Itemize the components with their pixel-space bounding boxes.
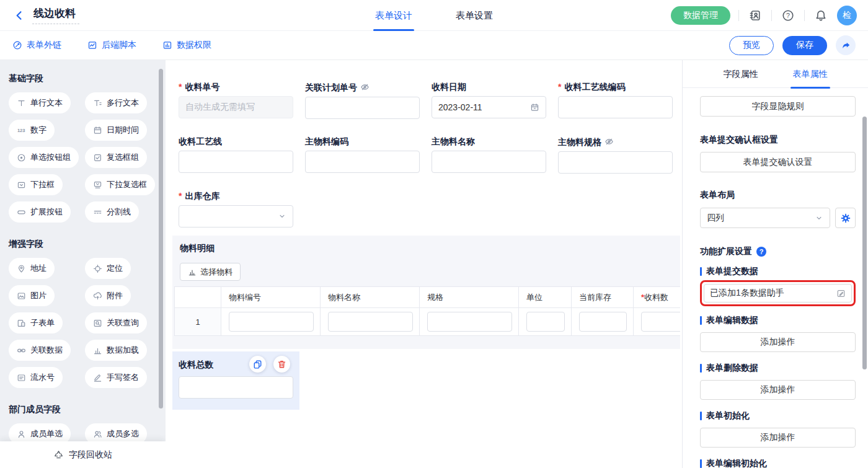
plan-no-input[interactable] (305, 97, 420, 119)
delete-field-button[interactable] (273, 356, 290, 373)
share-button[interactable] (836, 35, 856, 55)
sidebar-scrollbar[interactable] (159, 69, 163, 408)
row-number-cell: 1 (175, 308, 221, 336)
field-receipt-date[interactable]: 收料日期 2023-02-11 (432, 82, 546, 119)
field-visibility-rules-button[interactable]: 字段显隐规则 (700, 96, 856, 117)
layout-settings-button[interactable] (835, 208, 856, 228)
edit-icon[interactable] (836, 289, 846, 298)
field-pill-subform[interactable]: 子表单 (9, 312, 63, 333)
process-line-input[interactable] (179, 151, 293, 173)
select-material-label: 选择物料 (200, 267, 232, 278)
field-outbound-warehouse[interactable]: *出库仓库 (179, 192, 293, 227)
page-title[interactable]: 线边收料 (32, 6, 79, 24)
process-line-code-input[interactable] (558, 96, 673, 118)
field-pill-extend-button[interactable]: 扩展按钮 (9, 201, 71, 223)
data-assistant-entry[interactable]: 已添加1条数据助手 (704, 284, 852, 302)
signature-pen-icon (93, 373, 102, 382)
contacts-button[interactable] (747, 7, 763, 24)
preview-button[interactable]: 预览 (729, 36, 774, 55)
unit-input[interactable] (526, 312, 565, 332)
field-pill-single-text[interactable]: 单行文本 (9, 92, 71, 113)
field-pill-divider[interactable]: 分割线 (85, 201, 139, 223)
data-manage-button[interactable]: 数据管理 (671, 6, 730, 25)
field-receipt-no[interactable]: *收料单号 自动生成无需填写 (179, 82, 293, 119)
pill-label: 地址 (30, 263, 46, 274)
help-filled-icon[interactable]: ? (756, 247, 766, 257)
outbound-warehouse-select[interactable] (179, 205, 293, 227)
field-pill-checkbox-group[interactable]: 复选框组 (85, 147, 147, 168)
field-pill-signature[interactable]: 手写签名 (85, 367, 147, 388)
field-pill-lookup[interactable]: 关联查询 (85, 312, 147, 333)
receipt-qty-input[interactable] (641, 312, 680, 332)
notifications-button[interactable] (813, 7, 829, 24)
data-permission-button[interactable]: 数据权限 (162, 40, 211, 51)
col-material-name: 物料名称 (321, 287, 420, 308)
subform-material-detail[interactable]: 物料明细 选择物料 物料编号 物料名称 规格 单位 当前库存 *收料数 (172, 236, 680, 349)
help-button[interactable]: ? (780, 7, 796, 24)
pill-label: 关联数据 (30, 345, 63, 356)
checkbox-icon (93, 153, 102, 162)
field-pill-radio-group[interactable]: 单选按钮组 (9, 147, 79, 168)
spec-input[interactable] (427, 312, 512, 332)
field-plan-no[interactable]: 关联计划单号 (305, 82, 420, 119)
add-action-button-delete[interactable]: 添加操作 (700, 380, 856, 400)
current-stock-input[interactable] (579, 312, 627, 332)
material-code-input[interactable] (229, 312, 314, 332)
field-pill-data-load[interactable]: 数据加载 (85, 340, 147, 361)
col-spec: 规格 (420, 287, 519, 308)
main-material-spec-input[interactable] (558, 151, 673, 174)
subform-header-row: 物料编号 物料名称 规格 单位 当前库存 *收料数 (175, 287, 681, 308)
field-pill-dropdown[interactable]: 下拉框 (9, 174, 63, 195)
field-pill-location[interactable]: 定位 (85, 258, 131, 279)
main-material-code-input[interactable] (305, 151, 420, 173)
field-recycle-bin[interactable]: 字段回收站 (0, 441, 166, 468)
select-material-button[interactable]: 选择物料 (180, 263, 241, 281)
ext-settings-label: 功能扩展设置 (700, 246, 752, 257)
field-process-line-code[interactable]: *收料工艺线编码 (558, 82, 673, 119)
panel-scrollbar[interactable] (862, 117, 867, 369)
backend-script-button[interactable]: 后端脚本 (87, 40, 136, 51)
field-pill-attachment[interactable]: 附件 (85, 285, 131, 306)
external-link-button[interactable]: 表单外链 (12, 40, 61, 51)
pill-label: 手写签名 (107, 372, 139, 383)
receipt-date-input[interactable]: 2023-02-11 (432, 96, 546, 118)
field-pill-serial-number[interactable]: 流水号 (9, 367, 63, 388)
total-qty-input[interactable] (179, 376, 293, 399)
main-material-name-input[interactable] (432, 151, 546, 173)
avatar[interactable]: 检 (837, 6, 857, 25)
add-action-button-edit[interactable]: 添加操作 (700, 332, 856, 352)
radio-icon (17, 153, 26, 162)
field-pill-image[interactable]: 图片 (9, 285, 55, 306)
field-pill-datetime[interactable]: 日期时间 (85, 120, 147, 141)
field-pill-address[interactable]: 地址 (9, 258, 55, 279)
field-main-material-spec[interactable]: 主物料规格 (558, 137, 673, 174)
add-action-button-init[interactable]: 添加操作 (700, 428, 856, 448)
save-button[interactable]: 保存 (782, 36, 827, 55)
field-pill-relation-data[interactable]: 关联数据 (9, 340, 71, 361)
tab-form-properties[interactable]: 表单属性 (793, 60, 828, 88)
receipt-no-input[interactable]: 自动生成无需填写 (179, 96, 293, 118)
field-pill-multi-text[interactable]: 多行文本 (85, 92, 147, 113)
section-form-init: 表单初始化 (700, 410, 856, 422)
field-main-material-name[interactable]: 主物料名称 (432, 137, 546, 174)
copy-field-button[interactable] (249, 356, 266, 373)
pill-label: 图片 (30, 290, 46, 301)
section-title-enhanced-fields: 增强字段 (9, 239, 166, 250)
calendar-icon (530, 103, 539, 112)
back-button[interactable] (11, 7, 27, 24)
field-process-line[interactable]: 收料工艺线 (179, 137, 293, 174)
form-canvas: *收料单号 自动生成无需填写 关联计划单号 收料日期 2023-02-11 (166, 60, 682, 468)
tab-form-settings[interactable]: 表单设置 (456, 0, 493, 31)
pill-label: 日期时间 (107, 125, 139, 136)
field-pill-dropdown-multi[interactable]: 下拉复选框 (85, 174, 155, 195)
field-pill-number[interactable]: 123 数字 (9, 120, 55, 141)
layout-select[interactable]: 四列 (700, 208, 830, 228)
submit-confirm-button[interactable]: 表单提交确认设置 (700, 152, 856, 172)
material-name-input[interactable] (328, 312, 413, 332)
tab-form-design[interactable]: 表单设计 (375, 0, 412, 31)
selected-field-total-qty[interactable]: 收料总数 (172, 351, 299, 410)
tab-field-properties[interactable]: 字段属性 (724, 60, 758, 88)
svg-text:123: 123 (17, 128, 25, 133)
pill-label: 单行文本 (30, 97, 63, 108)
field-main-material-code[interactable]: 主物料编码 (305, 137, 420, 174)
